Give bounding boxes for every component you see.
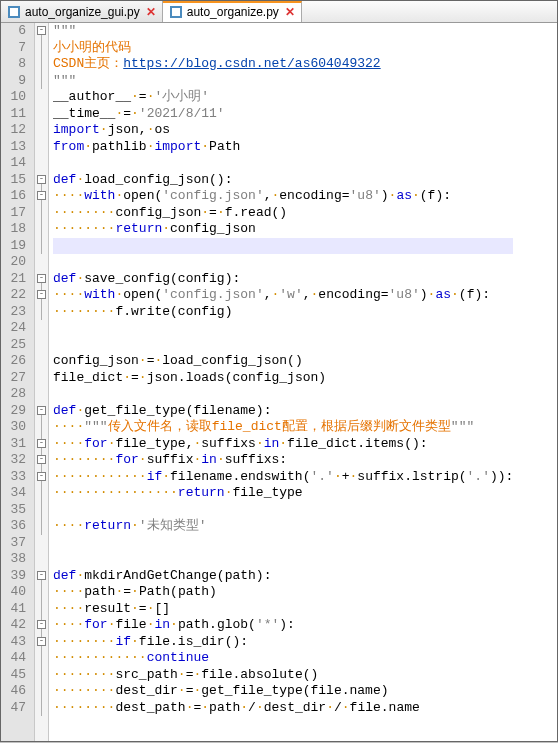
fold-toggle-icon[interactable]: - (37, 455, 46, 464)
fold-toggle-icon[interactable]: - (37, 290, 46, 299)
code-line[interactable]: """ (53, 23, 513, 40)
line-number: 10 (5, 89, 26, 106)
line-number: 43 (5, 634, 26, 651)
line-number: 32 (5, 452, 26, 469)
code-line[interactable] (53, 535, 513, 552)
code-area[interactable]: """小小明的代码CSDN主页：https://blog.csdn.net/as… (49, 23, 513, 741)
fold-toggle-icon[interactable]: - (37, 439, 46, 448)
line-number: 26 (5, 353, 26, 370)
code-line[interactable]: ········dest_dir·=·get_file_type(file.na… (53, 683, 513, 700)
fold-toggle-icon[interactable]: - (37, 406, 46, 415)
code-line[interactable]: ········return·config_json (53, 221, 513, 238)
tab-label: auto_organize.py (187, 5, 279, 19)
fold-toggle-icon[interactable]: - (37, 472, 46, 481)
code-line[interactable]: ····return·'未知类型' (53, 518, 513, 535)
code-line[interactable] (53, 502, 513, 519)
line-number: 25 (5, 337, 26, 354)
line-number: 16 (5, 188, 26, 205)
code-line[interactable]: def·mkdirAndGetChange(path): (53, 568, 513, 585)
editor-window: auto_organize_gui.py ✕ auto_organize.py … (0, 0, 558, 742)
code-line[interactable]: ····for·file·in·path.glob('*'): (53, 617, 513, 634)
line-number: 23 (5, 304, 26, 321)
line-number: 21 (5, 271, 26, 288)
fold-toggle-icon[interactable]: - (37, 191, 46, 200)
code-line[interactable]: ····path·=·Path(path) (53, 584, 513, 601)
code-line[interactable]: ········f.write(config) (53, 304, 513, 321)
code-line[interactable]: ····result·=·[] (53, 601, 513, 618)
line-number: 33 (5, 469, 26, 486)
fold-toggle-icon[interactable]: - (37, 620, 46, 629)
line-number: 30 (5, 419, 26, 436)
line-number: 18 (5, 221, 26, 238)
fold-gutter[interactable]: ------------ (35, 23, 49, 741)
code-line[interactable]: ············if·filename.endswith('.'·+·s… (53, 469, 513, 486)
line-number: 12 (5, 122, 26, 139)
tab-auto-organize-gui[interactable]: auto_organize_gui.py ✕ (1, 1, 163, 22)
line-number: 47 (5, 700, 26, 717)
line-number: 46 (5, 683, 26, 700)
code-line[interactable]: def·get_file_type(filename): (53, 403, 513, 420)
line-number: 31 (5, 436, 26, 453)
code-line[interactable]: ····with·open('config.json',·'w',·encodi… (53, 287, 513, 304)
line-number: 38 (5, 551, 26, 568)
line-number: 19 (5, 238, 26, 255)
fold-guide (41, 35, 42, 89)
code-line[interactable]: 小小明的代码 (53, 40, 513, 57)
line-number: 6 (5, 23, 26, 40)
code-line[interactable]: ····"""传入文件名，读取file_dict配置，根据后缀判断文件类型""" (53, 419, 513, 436)
fold-toggle-icon[interactable]: - (37, 571, 46, 580)
code-line[interactable]: CSDN主页：https://blog.csdn.net/as604049322 (53, 56, 513, 73)
code-line[interactable]: ············continue (53, 650, 513, 667)
code-line[interactable]: from·pathlib·import·Path (53, 139, 513, 156)
code-line[interactable] (53, 386, 513, 403)
code-line[interactable]: __time__·=·'2021/8/11' (53, 106, 513, 123)
code-line[interactable] (53, 337, 513, 354)
line-number: 35 (5, 502, 26, 519)
fold-toggle-icon[interactable]: - (37, 637, 46, 646)
line-number: 8 (5, 56, 26, 73)
line-number-gutter[interactable]: 6789101112131415161718192021222324252627… (1, 23, 35, 741)
code-line[interactable] (53, 238, 513, 255)
line-number: 28 (5, 386, 26, 403)
svg-rect-3 (172, 8, 180, 16)
fold-toggle-icon[interactable]: - (37, 175, 46, 184)
code-line[interactable] (53, 551, 513, 568)
tab-auto-organize[interactable]: auto_organize.py ✕ (163, 1, 302, 22)
python-file-icon (169, 5, 183, 19)
code-line[interactable]: ········if·file.is_dir(): (53, 634, 513, 651)
code-line[interactable]: file_dict·=·json.loads(config_json) (53, 370, 513, 387)
code-line[interactable] (53, 254, 513, 271)
code-line[interactable]: ····with·open('config.json',·encoding='u… (53, 188, 513, 205)
line-number: 9 (5, 73, 26, 90)
code-line[interactable]: ········for·suffix·in·suffixs: (53, 452, 513, 469)
code-line[interactable] (53, 155, 513, 172)
code-line[interactable] (53, 320, 513, 337)
close-icon[interactable]: ✕ (146, 5, 156, 19)
line-number: 7 (5, 40, 26, 57)
line-number: 39 (5, 568, 26, 585)
line-number: 44 (5, 650, 26, 667)
close-icon[interactable]: ✕ (285, 5, 295, 19)
code-line[interactable]: def·save_config(config): (53, 271, 513, 288)
fold-toggle-icon[interactable]: - (37, 26, 46, 35)
code-line[interactable]: ····for·file_type,·suffixs·in·file_dict.… (53, 436, 513, 453)
fold-guide (41, 646, 42, 667)
code-line[interactable]: config_json·=·load_config_json() (53, 353, 513, 370)
line-number: 36 (5, 518, 26, 535)
fold-guide (41, 481, 42, 502)
code-line[interactable]: ········dest_path·=·path·/·dest_dir·/·fi… (53, 700, 513, 717)
fold-guide (41, 200, 42, 238)
code-line[interactable]: def·load_config_json(): (53, 172, 513, 189)
code-line[interactable]: ················return·file_type (53, 485, 513, 502)
code-line[interactable]: ········src_path·=·file.absolute() (53, 667, 513, 684)
line-number: 40 (5, 584, 26, 601)
fold-toggle-icon[interactable]: - (37, 274, 46, 283)
line-number: 14 (5, 155, 26, 172)
code-line[interactable]: import·json,·os (53, 122, 513, 139)
tab-label: auto_organize_gui.py (25, 5, 140, 19)
code-line[interactable]: ········config_json·=·f.read() (53, 205, 513, 222)
line-number: 42 (5, 617, 26, 634)
line-number: 13 (5, 139, 26, 156)
code-line[interactable]: __author__·=·'小小明' (53, 89, 513, 106)
code-line[interactable]: """ (53, 73, 513, 90)
